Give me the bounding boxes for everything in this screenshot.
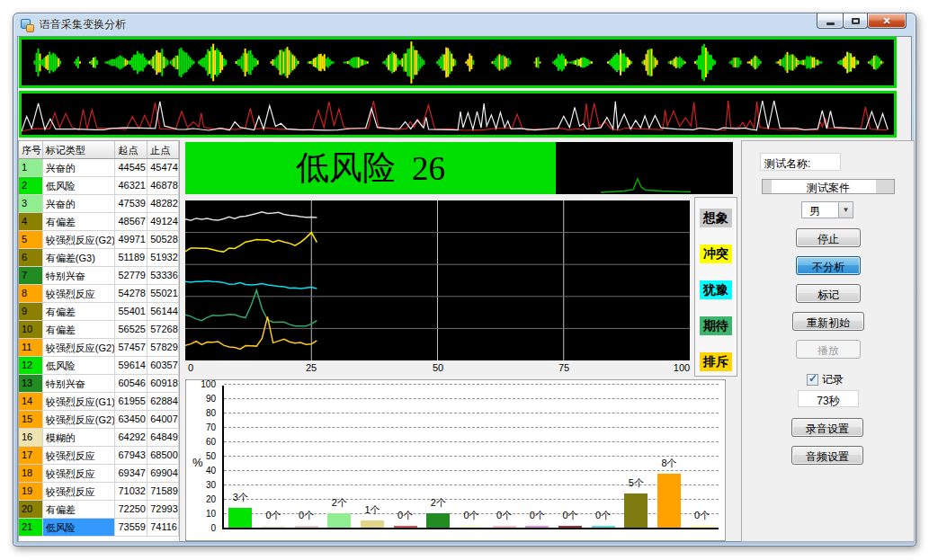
- distribution-bar-chart: % 0102030405060708090100 3个0个0个2个1个0个2个0…: [185, 379, 726, 541]
- envelope-graphic: [22, 93, 894, 135]
- cell-end: 74116: [147, 519, 179, 537]
- waveform-graphic: [22, 40, 894, 85]
- table-row[interactable]: 17较强烈反应6794368500: [19, 447, 179, 465]
- table-row[interactable]: 8较强烈反应5427855021: [19, 285, 179, 303]
- cell-end: 57268: [147, 321, 179, 339]
- cell-start: 72250: [115, 501, 147, 519]
- record-checkbox-row: ✓ 记录: [807, 372, 844, 387]
- caption-buttons: ✕: [817, 13, 907, 29]
- stop-button[interactable]: 停止: [796, 228, 861, 247]
- cell-type: 低风险: [43, 357, 116, 375]
- close-button[interactable]: ✕: [867, 13, 907, 29]
- table-row[interactable]: 13特别兴奋6054660918: [19, 375, 179, 393]
- minimize-icon: [826, 22, 835, 25]
- cell-end: 71589: [147, 483, 179, 501]
- cell-no: 1: [19, 159, 43, 177]
- table-row[interactable]: 12低风险5961460357: [19, 357, 179, 375]
- cell-end: 48282: [147, 195, 179, 213]
- titlebar: 语音采集变换分析: [13, 13, 916, 36]
- table-row[interactable]: 16模糊的6429264849: [19, 429, 179, 447]
- bar-slot: 3个: [224, 386, 257, 528]
- mark-button[interactable]: 标记: [796, 284, 861, 303]
- table-row[interactable]: 9有偏差5540156144: [19, 303, 179, 321]
- window-title: 语音采集变换分析: [40, 17, 126, 32]
- cell-no: 5: [19, 231, 43, 249]
- y-tick: 60: [206, 437, 216, 447]
- record-label: 记录: [822, 372, 844, 387]
- table-row[interactable]: 5较强烈反应(G2)(G34997150528: [19, 231, 179, 249]
- y-tick: 10: [206, 509, 216, 519]
- table-row[interactable]: 15较强烈反应(G2)6345064007: [19, 411, 179, 429]
- cell-end: 46878: [147, 177, 179, 195]
- bar: [657, 474, 681, 528]
- cell-type: 特别兴奋: [43, 375, 116, 393]
- table-row[interactable]: 4有偏差4856749124: [19, 213, 179, 231]
- cell-type: 有偏差: [43, 501, 116, 519]
- record-checkbox[interactable]: ✓: [807, 374, 818, 386]
- cell-no: 7: [19, 267, 43, 285]
- minimize-button[interactable]: [817, 13, 844, 29]
- table-row[interactable]: 2低风险4632146878: [19, 177, 179, 195]
- cell-end: 57829: [147, 339, 179, 357]
- cell-end: 53336: [147, 267, 179, 285]
- x-tick: 0: [188, 362, 193, 373]
- bar-count-label: 2个: [431, 496, 446, 510]
- table-row[interactable]: 3兴奋的4753948282: [19, 195, 179, 213]
- bar-count-label: 3个: [233, 491, 248, 504]
- table-row[interactable]: 18较强烈反应6934769904: [19, 465, 179, 483]
- cell-type: 低风险: [43, 519, 116, 537]
- cell-no: 2: [19, 177, 43, 195]
- table-row[interactable]: 14较强烈反应(G1)(G26195562884: [19, 393, 179, 411]
- cell-end: 60918: [147, 375, 179, 393]
- table-row[interactable]: 1兴奋的4454545474: [19, 159, 179, 177]
- emotion-label: 犹豫: [700, 280, 732, 299]
- x-tick: 25: [306, 362, 317, 373]
- cell-no: 10: [19, 321, 43, 339]
- bar-slot: 0个: [455, 386, 488, 528]
- bar: [691, 526, 714, 528]
- table-row[interactable]: 21低风险7355974116: [19, 519, 179, 537]
- cell-no: 21: [19, 519, 43, 537]
- cell-no: 19: [19, 483, 43, 501]
- table-row[interactable]: 10有偏差5652557268: [19, 321, 179, 339]
- x-tick: 50: [433, 362, 443, 373]
- recording-settings-button[interactable]: 录音设置: [791, 418, 863, 437]
- cell-end: 62884: [147, 393, 179, 411]
- emotion-line-chart: [185, 200, 690, 360]
- table-row[interactable]: 20有偏差7225072993: [19, 501, 179, 519]
- reinitialize-button[interactable]: 重新初始: [792, 312, 864, 331]
- cell-start: 55401: [115, 303, 147, 321]
- table-row[interactable]: 11较强烈反应(G2)5745757829: [19, 339, 179, 357]
- table-row[interactable]: 7特别兴奋5277953336: [19, 267, 179, 285]
- cell-type: 有偏差: [43, 321, 116, 339]
- bar-plot-area: 3个0个0个2个1个0个2个0个0个0个0个0个5个8个0个: [222, 386, 719, 529]
- bar-count-label: 0个: [265, 509, 281, 522]
- bar: [295, 526, 318, 528]
- table-row[interactable]: 6有偏差(G3)5118951932: [19, 249, 179, 267]
- gender-select[interactable]: 男 ▼: [801, 201, 853, 218]
- emotion-label: 排斥: [700, 352, 732, 371]
- y-tick: 90: [206, 394, 216, 404]
- maximize-button[interactable]: [843, 13, 868, 29]
- chevron-down-icon[interactable]: ▼: [838, 202, 853, 218]
- table-row[interactable]: 19较强烈反应7103271589: [19, 483, 179, 501]
- bar-slot: 0个: [257, 386, 290, 528]
- y-tick: 0: [210, 523, 216, 533]
- cell-type: 较强烈反应(G2)(G3: [43, 231, 116, 249]
- cell-no: 16: [19, 429, 43, 447]
- risk-label: 低风险: [296, 146, 396, 191]
- cell-no: 13: [19, 375, 43, 393]
- play-button[interactable]: 播放: [796, 340, 861, 359]
- audio-envelope-display: [19, 91, 897, 138]
- header-end: 止点: [147, 141, 179, 158]
- x-tick: 100: [674, 362, 690, 373]
- test-name-field[interactable]: 测试名称:: [760, 153, 841, 171]
- bar-count-label: 0个: [463, 509, 478, 522]
- cell-type: 有偏差(G3): [43, 249, 116, 267]
- no-analyze-button[interactable]: 不分析: [796, 256, 861, 275]
- bar: [262, 526, 285, 528]
- bar: [592, 526, 615, 528]
- audio-settings-button[interactable]: 音频设置: [791, 446, 863, 465]
- test-case-control[interactable]: 测试案件: [762, 179, 895, 194]
- cell-end: 69904: [147, 465, 179, 483]
